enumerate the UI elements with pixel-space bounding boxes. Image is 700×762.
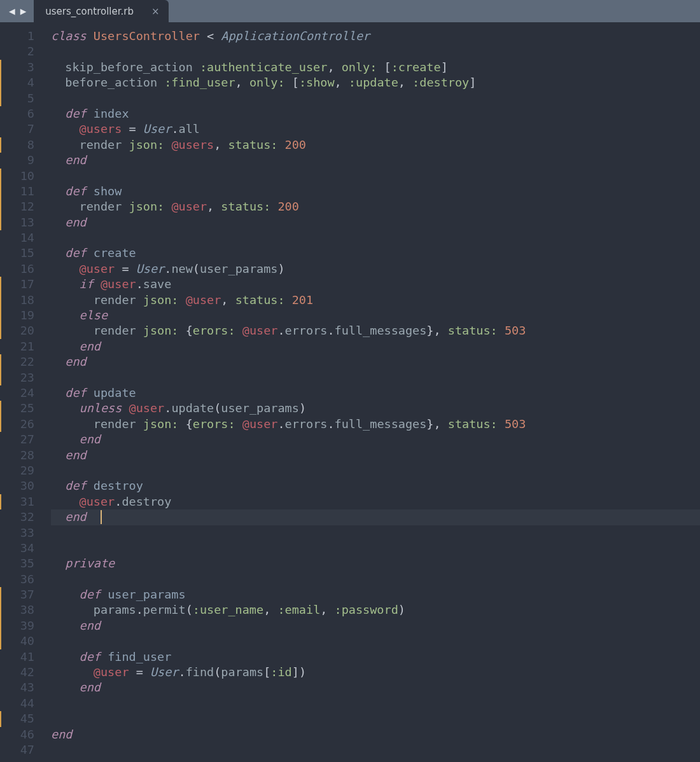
code-line[interactable]: end <box>51 215 700 230</box>
code-line[interactable]: if @user.save <box>51 277 700 292</box>
line-number: 25 <box>0 401 34 416</box>
line-number: 44 <box>0 696 34 711</box>
code-line[interactable]: @users = User.all <box>51 121 700 137</box>
line-number: 20 <box>0 323 34 338</box>
code-line[interactable]: before_action :find_user, only: [:show, … <box>51 75 700 90</box>
code-line[interactable] <box>51 572 700 587</box>
code-line[interactable] <box>51 463 700 478</box>
code-line[interactable]: private <box>51 556 700 571</box>
line-number: 34 <box>0 541 34 556</box>
code-line[interactable]: def show <box>51 184 700 199</box>
code-line[interactable]: render json: {erors: @user.errors.full_m… <box>51 417 700 432</box>
code-line[interactable]: class UsersController < ApplicationContr… <box>51 29 700 44</box>
code-line[interactable]: end <box>51 618 700 634</box>
code-line[interactable] <box>51 169 700 184</box>
line-number: 21 <box>0 339 34 354</box>
line-number: 13 <box>0 215 34 230</box>
code-line[interactable] <box>51 91 700 106</box>
line-number: 6 <box>0 106 34 121</box>
line-number: 32 <box>0 509 34 525</box>
line-number: 14 <box>0 230 34 246</box>
code-line[interactable]: def user_params <box>51 587 700 602</box>
line-number: 39 <box>0 618 34 634</box>
code-line[interactable]: end <box>51 727 700 742</box>
line-number: 45 <box>0 711 34 726</box>
line-number: 7 <box>0 121 34 137</box>
tab-active[interactable]: users_controller.rb × <box>34 0 168 22</box>
line-number: 22 <box>0 354 34 370</box>
code-line[interactable] <box>51 525 700 541</box>
line-number: 18 <box>0 293 34 308</box>
code-line[interactable]: else <box>51 308 700 323</box>
line-number: 27 <box>0 432 34 447</box>
line-number: 16 <box>0 261 34 277</box>
line-number: 12 <box>0 199 34 214</box>
code-line[interactable]: @user.destroy <box>51 494 700 509</box>
code-line[interactable]: render json: @users, status: 200 <box>51 137 700 153</box>
code-line[interactable]: end <box>51 354 700 370</box>
line-number: 11 <box>0 184 34 199</box>
line-number: 40 <box>0 634 34 649</box>
code-line[interactable]: end <box>51 448 700 463</box>
line-number: 37 <box>0 587 34 602</box>
nav-prev-icon[interactable]: ◀ <box>9 5 15 17</box>
line-number: 4 <box>0 75 34 90</box>
code-line[interactable]: def find_user <box>51 649 700 665</box>
code-line[interactable] <box>51 230 700 246</box>
line-number: 24 <box>0 385 34 401</box>
line-number: 46 <box>0 727 34 742</box>
line-number: 47 <box>0 742 34 758</box>
code-line[interactable]: render json: @user, status: 201 <box>51 293 700 308</box>
line-number: 9 <box>0 153 34 168</box>
code-line[interactable] <box>51 541 700 556</box>
code-line[interactable] <box>51 44 700 59</box>
line-number: 36 <box>0 572 34 587</box>
line-number: 33 <box>0 525 34 541</box>
tab-filename: users_controller.rb <box>45 6 134 17</box>
code-line[interactable] <box>51 370 700 385</box>
code-line[interactable]: def destroy <box>51 478 700 494</box>
code-line[interactable]: end <box>51 153 700 168</box>
code-line[interactable]: end <box>51 432 700 447</box>
code-line[interactable]: def create <box>51 246 700 261</box>
line-number: 2 <box>0 44 34 59</box>
code-line[interactable]: @user = User.find(params[:id]) <box>51 665 700 680</box>
code-line[interactable]: render json: @user, status: 200 <box>51 199 700 214</box>
line-number: 5 <box>0 91 34 106</box>
code-line[interactable]: @user = User.new(user_params) <box>51 261 700 277</box>
code-line[interactable] <box>51 634 700 649</box>
code-area[interactable]: class UsersController < ApplicationContr… <box>41 22 700 762</box>
line-number: 17 <box>0 277 34 292</box>
titlebar: ◀ ▶ users_controller.rb × <box>0 0 700 22</box>
line-number: 10 <box>0 169 34 184</box>
line-number: 43 <box>0 680 34 695</box>
code-line[interactable]: end <box>51 339 700 354</box>
code-line[interactable] <box>51 742 700 758</box>
code-line[interactable]: unless @user.update(user_params) <box>51 401 700 416</box>
code-line[interactable]: end <box>51 509 700 525</box>
code-line[interactable] <box>51 696 700 711</box>
nav-next-icon[interactable]: ▶ <box>20 5 27 17</box>
line-number: 15 <box>0 246 34 261</box>
line-number: 26 <box>0 417 34 432</box>
line-number: 19 <box>0 308 34 323</box>
code-line[interactable]: def index <box>51 106 700 121</box>
line-number: 41 <box>0 649 34 665</box>
code-line[interactable]: def update <box>51 385 700 401</box>
code-line[interactable]: skip_before_action :authenticate_user, o… <box>51 60 700 75</box>
code-line[interactable]: end <box>51 680 700 695</box>
line-number: 1 <box>0 29 34 44</box>
close-icon[interactable]: × <box>151 6 160 17</box>
line-number: 38 <box>0 602 34 618</box>
code-line[interactable] <box>51 711 700 726</box>
line-number: 23 <box>0 370 34 385</box>
code-line[interactable]: params.permit(:user_name, :email, :passw… <box>51 602 700 618</box>
line-number: 30 <box>0 478 34 494</box>
line-number: 28 <box>0 448 34 463</box>
line-number: 29 <box>0 463 34 478</box>
code-line[interactable]: render json: {erors: @user.errors.full_m… <box>51 323 700 338</box>
editor: 1234567891011121314151617181920212223242… <box>0 22 700 762</box>
line-number: 31 <box>0 494 34 509</box>
line-number: 8 <box>0 137 34 153</box>
gutter: 1234567891011121314151617181920212223242… <box>0 22 41 762</box>
